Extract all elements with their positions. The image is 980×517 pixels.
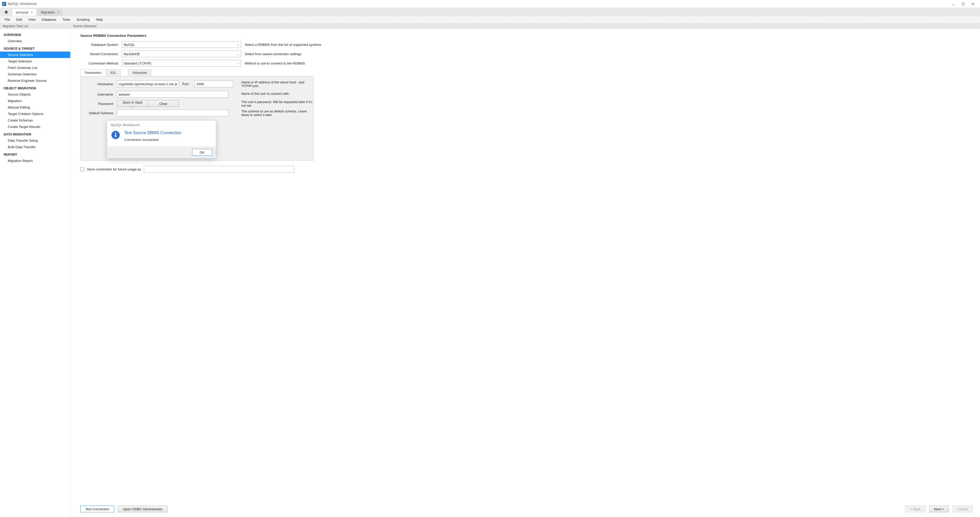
label-database-system: Database System: <box>80 43 122 47</box>
store-in-vault-button[interactable]: Store in Vault ... <box>117 100 148 107</box>
hint-connection-method: Method to use to connect to the RDBMS <box>245 61 305 65</box>
back-button[interactable]: < Back <box>905 506 925 512</box>
store-connection-label: Store connection for future usage as <box>87 167 141 171</box>
sidebar-item[interactable]: Bulk Data Transfer <box>0 144 70 150</box>
sidebar-item[interactable]: Target Selection <box>0 58 70 65</box>
sidebar-item[interactable]: Create Target Results <box>0 124 70 130</box>
store-connection-name-input[interactable] <box>144 166 294 173</box>
label-stored-connection: Stored Connection: <box>80 52 122 56</box>
tab-advanced[interactable]: Advanced <box>128 69 151 76</box>
label-port: Port: <box>182 82 192 86</box>
test-connection-button[interactable]: Test Connection <box>80 506 114 512</box>
menu-tools[interactable]: Tools <box>59 17 73 22</box>
info-icon <box>111 130 120 140</box>
content-area: Source RDBMS Connection Parameters Datab… <box>70 29 980 517</box>
sidebar-group-title: SOURCE & TARGET <box>0 44 70 52</box>
home-tab[interactable] <box>2 8 11 16</box>
sidebar-group-title: OBJECT MIGRATION <box>0 84 70 91</box>
sidebar-item[interactable]: Reverse Engineer Source <box>0 78 70 84</box>
svg-rect-0 <box>2 2 6 6</box>
sidebar: OVERVIEWOverviewSOURCE & TARGETSource Se… <box>0 29 70 517</box>
sidebar-item[interactable]: Target Creation Options <box>0 111 70 117</box>
close-icon[interactable]: × <box>31 10 33 14</box>
sidebar-item[interactable]: Overview <box>0 38 70 44</box>
store-connection-checkbox[interactable] <box>80 167 84 171</box>
label-hostname: Hostname: <box>86 82 117 86</box>
database-system-select[interactable] <box>122 41 241 48</box>
svg-point-6 <box>115 133 116 134</box>
label-connection-method: Connection Method: <box>80 61 122 65</box>
svg-rect-7 <box>115 134 116 137</box>
svg-rect-2 <box>962 3 964 5</box>
menu-scripting[interactable]: Scripting <box>73 17 93 22</box>
sidebar-group-title: REPORT <box>0 150 70 157</box>
window-title: MySQL Workbench <box>8 2 37 6</box>
stored-connection-select[interactable] <box>122 51 241 57</box>
next-button[interactable]: Next > <box>929 506 949 512</box>
tab-label: Migration <box>41 10 55 14</box>
dialog-heading: Test Source DBMS Connection <box>124 130 181 135</box>
tab-azmysql[interactable]: azmysql × <box>12 8 36 16</box>
tab-parameters[interactable]: Parameters <box>80 69 106 76</box>
label-username: Username: <box>86 92 117 96</box>
app-icon <box>2 2 6 6</box>
connection-method-select[interactable] <box>122 60 241 67</box>
menu-help[interactable]: Help <box>93 17 106 22</box>
menu-edit[interactable]: Edit <box>13 17 25 22</box>
open-odbc-button[interactable]: Open ODBC Administrator <box>118 506 167 512</box>
sidebar-item[interactable]: Source Objects <box>0 91 70 98</box>
section-title: Source RDBMS Connection Parameters <box>80 34 973 38</box>
hostname-input[interactable] <box>117 81 179 87</box>
menu-file[interactable]: File <box>2 17 13 22</box>
hint-password: The user's password. Will be requested l… <box>241 100 314 108</box>
username-input[interactable] <box>117 91 228 98</box>
sidebar-header-title: Migration Task List <box>3 24 28 28</box>
menu-database[interactable]: Database <box>39 17 59 22</box>
sidebar-item[interactable]: Schemas Selection <box>0 71 70 78</box>
minimize-button[interactable] <box>948 0 958 8</box>
hint-hostname: Name or IP address of the server host - … <box>241 81 314 88</box>
title-bar: MySQL Workbench <box>0 0 980 8</box>
sidebar-group-title: OVERVIEW <box>0 30 70 38</box>
sidebar-item[interactable]: Fetch Schemas List <box>0 65 70 71</box>
hint-username: Name of the user to connect with. <box>241 92 314 95</box>
clear-password-button[interactable]: Clear <box>148 100 179 107</box>
sidebar-item[interactable]: Migration <box>0 98 70 104</box>
dialog-test-connection: MySQL Workbench Test Source DBMS Connect… <box>107 120 216 159</box>
label-default-schema: Default Schema: <box>86 111 117 115</box>
sidebar-item[interactable]: Migration Report <box>0 157 70 164</box>
sidebar-item[interactable]: Source Selection <box>0 52 70 58</box>
close-icon[interactable]: × <box>57 10 59 14</box>
tab-ssl[interactable]: SSL <box>106 69 121 76</box>
menu-bar: File Edit View Database Tools Scripting … <box>0 16 980 23</box>
menu-view[interactable]: View <box>25 17 39 22</box>
maximize-button[interactable] <box>958 0 968 8</box>
default-schema-input[interactable] <box>117 109 228 116</box>
tab-migration[interactable]: Migration × <box>37 8 63 16</box>
sidebar-item[interactable]: Data Transfer Setup <box>0 137 70 144</box>
dialog-title: MySQL Workbench <box>107 121 216 128</box>
sidebar-item[interactable]: Create Schemas <box>0 117 70 124</box>
hint-stored-connection: Select from saved connection settings <box>245 52 301 56</box>
dialog-message: Connection succeeded. <box>124 138 181 142</box>
content-header-title: Source Selection <box>73 24 97 28</box>
cancel-button[interactable]: Cancel <box>953 506 973 512</box>
tab-strip: azmysql × Migration × <box>0 8 980 16</box>
label-password: Password: <box>86 102 117 106</box>
sidebar-item[interactable]: Manual Editing <box>0 104 70 111</box>
dialog-ok-button[interactable]: OK <box>192 149 212 155</box>
hint-database-system: Select a RDBMS from the list of supporte… <box>245 43 321 47</box>
hint-default-schema: The schema to use as default schema. Lea… <box>241 109 314 117</box>
close-button[interactable] <box>968 0 978 8</box>
tab-label: azmysql <box>16 10 28 14</box>
sidebar-group-title: DATA MIGRATION <box>0 130 70 137</box>
sidebar-header: Migration Task List <box>0 23 70 29</box>
content-header: Source Selection <box>70 23 980 29</box>
parameter-tabs: Parameters SSL Advanced <box>80 69 973 76</box>
port-input[interactable] <box>194 81 233 87</box>
